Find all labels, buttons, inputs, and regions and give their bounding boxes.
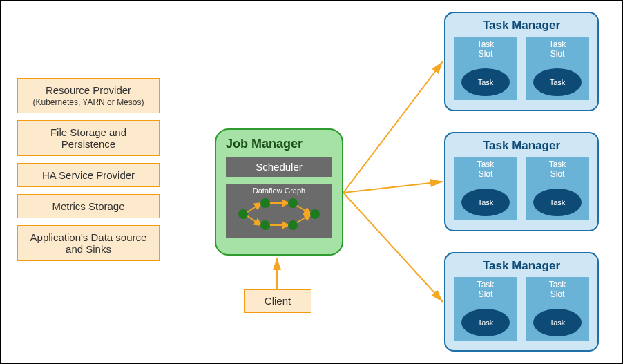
task-slot: TaskSlot Task xyxy=(526,157,589,220)
svg-point-11 xyxy=(310,209,320,219)
task-slot: TaskSlot Task xyxy=(454,277,517,341)
file-storage-label: File Storage and Persistence xyxy=(50,126,126,150)
resource-provider-box: Resource Provider (Kubernetes, YARN or M… xyxy=(17,78,160,113)
metrics-storage-label: Metrics Storage xyxy=(52,200,124,212)
dataflow-graph-label: Dataflow Graph xyxy=(253,186,305,195)
task-oval: Task xyxy=(533,68,582,96)
task-slot: TaskSlot Task xyxy=(526,277,589,341)
task-slot: TaskSlot Task xyxy=(454,37,517,100)
svg-point-6 xyxy=(238,209,248,219)
external-components-sidebar: Resource Provider (Kubernetes, YARN or M… xyxy=(17,78,160,268)
scheduler-label: Scheduler xyxy=(256,161,303,173)
task-oval: Task xyxy=(533,309,582,336)
task-slots-row: TaskSlot Task TaskSlot Task xyxy=(454,37,589,100)
app-data-box: Application's Data source and Sinks xyxy=(17,225,160,261)
task-slot: TaskSlot Task xyxy=(454,157,517,220)
ha-service-box: HA Service Provider xyxy=(17,163,160,187)
ha-service-label: HA Service Provider xyxy=(42,169,135,181)
file-storage-box: File Storage and Persistence xyxy=(17,120,160,156)
metrics-storage-box: Metrics Storage xyxy=(17,194,160,218)
task-slot: TaskSlot Task xyxy=(526,37,589,100)
dataflow-graph-icon xyxy=(231,195,327,233)
task-oval: Task xyxy=(533,189,582,216)
task-manager-box-3: Task Manager TaskSlot Task TaskSlot Task xyxy=(444,252,599,352)
diagram-canvas: Resource Provider (Kubernetes, YARN or M… xyxy=(0,0,623,364)
client-box: Client xyxy=(244,289,312,313)
resource-provider-label: Resource Provider xyxy=(46,84,131,96)
svg-point-7 xyxy=(260,198,270,208)
task-oval: Task xyxy=(461,309,510,336)
task-manager-title: Task Manager xyxy=(454,19,589,32)
arrow-jm-to-tm3 xyxy=(343,193,443,302)
arrow-jm-to-tm1 xyxy=(343,61,443,193)
task-slots-row: TaskSlot Task TaskSlot Task xyxy=(454,277,589,341)
resource-provider-sublabel: (Kubernetes, YARN or Mesos) xyxy=(22,97,155,107)
app-data-label: Application's Data source and Sinks xyxy=(30,231,147,255)
task-manager-box-1: Task Manager TaskSlot Task TaskSlot Task xyxy=(444,12,599,111)
svg-point-9 xyxy=(288,198,298,208)
task-manager-title: Task Manager xyxy=(454,139,589,153)
job-manager-box: Job Manager Scheduler Dataflow Graph xyxy=(215,128,343,256)
task-manager-box-2: Task Manager TaskSlot Task TaskSlot Task xyxy=(444,132,599,231)
svg-point-8 xyxy=(260,220,270,230)
task-slots-row: TaskSlot Task TaskSlot Task xyxy=(454,157,589,220)
arrow-jm-to-tm2 xyxy=(343,182,443,193)
task-manager-title: Task Manager xyxy=(454,259,589,273)
job-manager-title: Job Manager xyxy=(226,137,332,151)
dataflow-graph-box: Dataflow Graph xyxy=(226,184,332,238)
task-oval: Task xyxy=(461,189,510,216)
client-label: Client xyxy=(265,295,291,307)
scheduler-box: Scheduler xyxy=(226,157,332,177)
svg-point-10 xyxy=(288,220,298,230)
task-oval: Task xyxy=(461,68,510,96)
